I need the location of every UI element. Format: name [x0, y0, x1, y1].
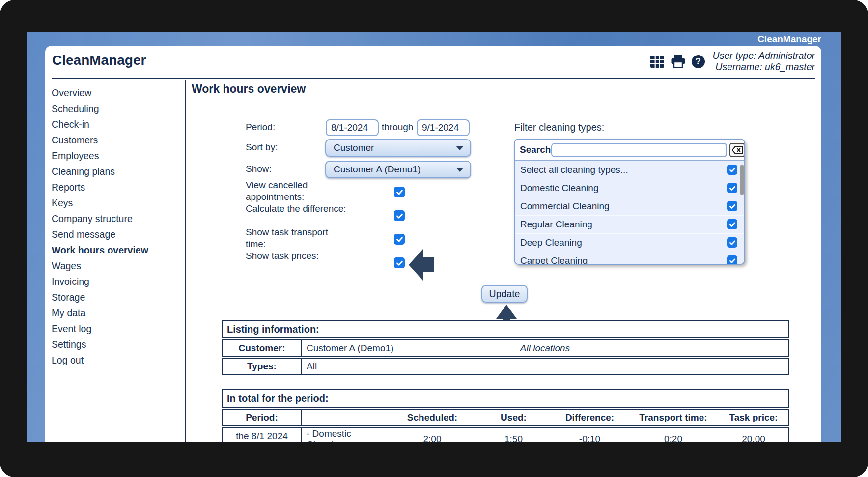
option-label: Show task prices: [246, 250, 346, 262]
scrollbar-thumb[interactable] [740, 165, 744, 195]
column-header-price: Task price: [719, 412, 788, 423]
help-icon[interactable]: ? [692, 55, 705, 68]
page-title: Work hours overview [192, 83, 306, 96]
cleaning-type-label: Select all cleaning types... [520, 165, 628, 175]
column-header-period: Period: [223, 410, 302, 425]
checkbox-checked[interactable] [394, 210, 405, 221]
show-label: Show: [246, 164, 272, 174]
option-row: View cancelled appointments: [187, 178, 418, 202]
cell-transport: 0:20 [628, 434, 719, 442]
sidebar-item-label: Event log [52, 323, 91, 334]
cell-period: the 8/1 2024 [223, 428, 302, 442]
sidebar-item[interactable]: Settings [45, 337, 185, 352]
sidebar-item[interactable]: Event log [45, 321, 185, 337]
cleaning-type-row[interactable]: Regular Cleaning [515, 216, 744, 234]
cleaning-type-row[interactable]: Domestic Cleaning [515, 179, 744, 197]
sidebar-item[interactable]: Company structure [45, 211, 185, 226]
sidebar-item[interactable]: Storage [45, 289, 185, 305]
sidebar: Overview Scheduling Check-in Customers E… [45, 80, 186, 442]
cleaning-type-label: Domestic Cleaning [520, 183, 598, 194]
checkbox-checked[interactable] [394, 257, 405, 268]
show-select[interactable]: Customer A (Demo1) [325, 161, 471, 178]
screenshot-root: CleanManager CleanManager [0, 0, 868, 477]
sidebar-item[interactable]: Invoicing [45, 274, 185, 289]
cleaning-type-row[interactable]: Deep Cleaning [515, 234, 744, 252]
cleaning-type-label: Carpet Cleaning [520, 255, 588, 265]
pointer-arrow-up-icon [496, 305, 517, 319]
checkbox-checked[interactable] [727, 255, 737, 265]
username: Username: uk6_master [713, 61, 815, 73]
option-row: Show task prices: [187, 249, 418, 273]
option-row: Show task transport time: [187, 225, 418, 249]
option-label: View cancelled appointments: [246, 179, 346, 202]
sidebar-item-label: Check-in [52, 119, 89, 130]
sidebar-item[interactable]: Keys [45, 195, 185, 211]
sidebar-item[interactable]: Customers [45, 132, 185, 148]
checkbox-checked[interactable] [394, 187, 405, 197]
checkbox-checked[interactable] [727, 237, 737, 248]
cell-task: - Domestic Cleaning [302, 428, 389, 442]
sidebar-item[interactable]: My data [45, 305, 185, 321]
search-label: Search: [520, 144, 554, 155]
header-icons: ? [650, 55, 705, 68]
cleaning-type-list: Select all cleaning types... Domestic Cl… [515, 161, 744, 264]
cell-price: 20,00 [719, 434, 788, 442]
sidebar-item[interactable]: Scheduling [45, 101, 185, 116]
period-to-input[interactable] [417, 119, 470, 136]
checkbox-checked[interactable] [727, 183, 737, 193]
header-right: ? User type: Administrator Username: uk6… [650, 50, 815, 73]
sidebar-item-label: Invoicing [52, 276, 89, 287]
row-value: All [307, 361, 317, 372]
checkbox-checked[interactable] [727, 219, 737, 229]
sidebar-item[interactable]: Employees [45, 148, 185, 164]
cleaning-type-row[interactable]: Carpet Cleaning [515, 252, 744, 265]
totals-table: In total for the period: Period: Schedul… [222, 389, 789, 442]
cleaning-type-row[interactable]: Select all cleaning types... [515, 161, 744, 179]
checkbox-checked[interactable] [727, 165, 737, 175]
pointer-arrow-left-tail [422, 257, 434, 272]
sidebar-item-label: Scheduling [52, 103, 99, 114]
sidebar-item-label: Cleaning plans [52, 166, 115, 177]
sort-by-select[interactable]: Customer [325, 139, 471, 157]
checkbox-checked[interactable] [727, 201, 737, 211]
sidebar-item-label: Company structure [52, 213, 133, 224]
sidebar-item-label: Log out [52, 355, 84, 365]
table-icon[interactable] [650, 55, 665, 68]
filter-panel: Search: Sel [514, 139, 745, 265]
sidebar-item[interactable]: Log out [45, 352, 185, 368]
sidebar-item-label: Wages [52, 260, 81, 271]
update-button[interactable]: Update [481, 285, 528, 303]
sidebar-item[interactable]: Wages [45, 258, 185, 274]
sidebar-item-label: Employees [52, 150, 99, 161]
main-content: Work hours overview Period: through Sort… [187, 80, 821, 442]
user-type: User type: Administrator [713, 50, 815, 61]
sidebar-item[interactable]: Cleaning plans [45, 164, 185, 179]
sidebar-item[interactable]: Work hours overview [45, 242, 185, 258]
search-input[interactable] [551, 143, 727, 157]
chevron-down-icon [456, 146, 464, 150]
checkbox-checked[interactable] [394, 234, 405, 245]
cleaning-type-label: Commercial Cleaning [520, 201, 610, 212]
pointer-arrow-left-icon [409, 249, 423, 281]
sidebar-item-label: Work hours overview [52, 245, 148, 255]
print-icon[interactable] [671, 55, 685, 68]
app-title: CleanManager [52, 53, 146, 68]
sidebar-item[interactable]: Overview [45, 85, 185, 101]
table-row: Types: All [222, 358, 789, 375]
cell-scheduled: 2:00 [389, 434, 476, 442]
totals-header-cells: Scheduled: Used: Difference: Transport t… [302, 410, 788, 425]
sidebar-item[interactable]: Check-in [45, 116, 185, 132]
column-header-difference: Difference: [552, 412, 628, 423]
totals-row-cells: - Domestic Cleaning 2:00 1:50 -0:10 0:20… [302, 428, 788, 442]
sidebar-item[interactable]: Reports [45, 179, 185, 195]
period-from-input[interactable] [326, 119, 379, 136]
device-frame: CleanManager CleanManager [0, 0, 868, 477]
clear-search-button[interactable] [729, 143, 745, 157]
cleaning-type-row[interactable]: Commercial Cleaning [515, 197, 744, 216]
listing-table-title: Listing information: [222, 320, 789, 338]
column-header-transport: Transport time: [628, 412, 719, 423]
sidebar-item[interactable]: Send message [45, 226, 185, 242]
sidebar-item-label: Keys [52, 197, 73, 208]
cell-difference: -0:10 [552, 434, 628, 442]
through-label: through [382, 122, 413, 133]
